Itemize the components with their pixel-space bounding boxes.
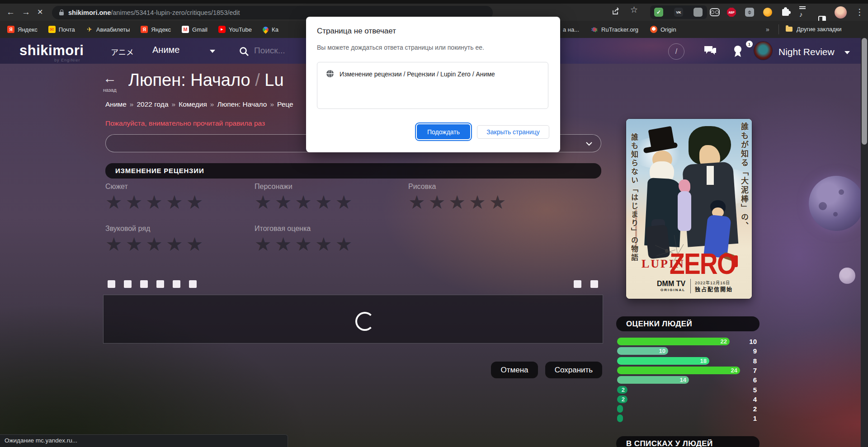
comments-icon[interactable] (703, 45, 717, 57)
star-icon[interactable]: ★ (469, 192, 489, 213)
extension-icon[interactable] (693, 8, 703, 17)
other-bookmarks-button[interactable]: Другие закладки (797, 21, 842, 38)
extensions-puzzle-icon[interactable] (782, 9, 789, 16)
star-icon[interactable]: ★ (105, 234, 126, 255)
star-icon[interactable]: ★ (166, 192, 186, 213)
bookmark-item[interactable]: а на... (563, 26, 579, 33)
anime-poster[interactable]: 誰もが知る「大泥棒」の、 誰も知らない「はじまり」の物語 LUPIN ZERO … (626, 119, 752, 299)
orange-extension-icon[interactable] (763, 8, 772, 17)
slash-shortcut-icon: / (668, 43, 684, 60)
stop-loading-icon[interactable]: ✕ (37, 4, 43, 21)
star-icon[interactable]: ★ (335, 234, 356, 255)
bookmark-item[interactable]: Origin (650, 26, 676, 33)
dialog-page-item: Изменение рецензии / Рецензии / Lupin Ze… (340, 71, 495, 78)
breadcrumb-item[interactable]: Люпен: Начало (217, 100, 267, 108)
playlist-icon[interactable]: ♪ (799, 5, 806, 19)
search-icon[interactable] (239, 46, 250, 57)
user-name[interactable]: Night Review (778, 47, 835, 57)
wait-button[interactable]: Подождать (417, 124, 470, 139)
editor-toolbar-placeholder[interactable] (173, 280, 180, 288)
bookmark-item[interactable]: MGmail (182, 26, 208, 33)
star-rating[interactable]: ★★★★★ (408, 193, 509, 212)
poster-capboy-body (645, 225, 670, 259)
editor-toolbar-placeholder[interactable] (189, 280, 197, 288)
back-link-label[interactable]: назад (103, 87, 117, 93)
cancel-button[interactable]: Отмена (491, 362, 538, 378)
notifications-award-icon[interactable] (732, 45, 744, 58)
forward-icon[interactable]: → (22, 4, 30, 21)
star-icon[interactable]: ★ (126, 192, 146, 213)
bookmark-item[interactable]: Ка (263, 26, 278, 33)
search-input[interactable]: Поиск... (254, 46, 285, 56)
bookmark-star-icon[interactable]: ☆ (630, 5, 638, 15)
star-icon[interactable]: ★ (255, 192, 275, 213)
star-icon[interactable]: ★ (255, 234, 275, 255)
star-icon[interactable]: ★ (489, 192, 509, 213)
vk-extension-icon[interactable]: VK (674, 8, 683, 17)
star-icon[interactable]: ★ (429, 192, 449, 213)
editor-toolbar-placeholders-right (574, 280, 598, 288)
star-icon[interactable]: ★ (126, 234, 146, 255)
chevron-down-icon[interactable] (210, 50, 215, 53)
star-icon[interactable]: ★ (166, 234, 186, 255)
editor-toolbar-placeholder[interactable] (590, 280, 598, 288)
breadcrumb-item[interactable]: 2022 года (137, 100, 168, 108)
star-rating[interactable]: ★★★★★ (255, 235, 355, 254)
star-icon[interactable]: ★ (315, 192, 335, 213)
editor-toolbar-placeholder[interactable] (156, 280, 164, 288)
bookmark-item[interactable]: ✈Авиабилеты (86, 26, 130, 33)
breadcrumb-item[interactable]: Комедия (179, 100, 207, 108)
star-rating[interactable]: ★★★★★ (105, 193, 206, 212)
bookmark-item[interactable]: ЯЯндекс (7, 26, 38, 33)
share-icon[interactable] (611, 7, 620, 16)
nav-anime-jp[interactable]: アニメ (111, 46, 134, 57)
star-icon[interactable]: ★ (186, 192, 207, 213)
dialog-page-list: Изменение рецензии / Рецензии / Lupin Ze… (317, 62, 548, 109)
score-bar: 22 (617, 338, 730, 345)
bookmark-item[interactable]: ✉Почта (48, 26, 75, 33)
star-icon[interactable]: ★ (295, 192, 315, 213)
star-rating[interactable]: ★★★★★ (105, 235, 206, 254)
back-icon[interactable]: ← (6, 4, 15, 21)
browser-profile-avatar[interactable] (835, 6, 847, 19)
breadcrumb-separator: » (172, 100, 176, 108)
review-text-editor[interactable] (103, 295, 603, 343)
star-icon[interactable]: ★ (295, 234, 315, 255)
star-icon[interactable]: ★ (275, 192, 295, 213)
user-menu-chevron-icon[interactable] (844, 51, 850, 54)
star-icon[interactable]: ★ (146, 234, 166, 255)
breadcrumb-item[interactable]: Реце (277, 100, 293, 108)
back-link-icon[interactable]: ← (103, 71, 117, 85)
bookmark-item[interactable]: ▶YouTube (218, 26, 252, 33)
star-icon[interactable]: ★ (105, 192, 126, 213)
breadcrumb-item[interactable]: Аниме (105, 100, 127, 108)
bookmarks-overflow-chevron[interactable]: » (766, 21, 769, 38)
site-logo[interactable]: shikimori (19, 42, 84, 59)
close-page-button[interactable]: Закрыть страницу (477, 125, 549, 139)
editor-toolbar-placeholder[interactable] (108, 280, 115, 288)
star-icon[interactable]: ★ (275, 234, 295, 255)
star-rating[interactable]: ★★★★★ (255, 193, 355, 212)
editor-toolbar-placeholder[interactable] (124, 280, 132, 288)
editor-toolbar-placeholder[interactable] (574, 280, 581, 288)
scrollbar-thumb[interactable] (862, 38, 867, 145)
adguard-extension-icon[interactable]: ✓ (654, 8, 663, 17)
star-icon[interactable]: ★ (448, 192, 469, 213)
bookmark-item[interactable]: ✱RuTracker.org (591, 26, 638, 33)
save-button[interactable]: Сохранить (545, 362, 602, 378)
updown-extension-icon[interactable] (745, 8, 754, 17)
yandex-icon: Я (141, 26, 148, 33)
yandex-icon: Я (7, 26, 14, 33)
nav-anime-menu[interactable]: Аниме (152, 45, 179, 55)
bookmark-item[interactable]: ЯЯндекс (141, 26, 171, 33)
star-icon[interactable]: ★ (146, 192, 166, 213)
star-icon[interactable]: ★ (335, 192, 356, 213)
star-icon[interactable]: ★ (408, 192, 429, 213)
adblock-plus-icon[interactable]: ABP (727, 8, 736, 17)
user-avatar[interactable] (754, 42, 772, 60)
browser-menu-icon[interactable]: ⋮ (855, 4, 864, 21)
glasses-extension-icon[interactable] (710, 8, 720, 16)
star-icon[interactable]: ★ (186, 234, 207, 255)
star-icon[interactable]: ★ (315, 234, 335, 255)
editor-toolbar-placeholder[interactable] (140, 280, 148, 288)
